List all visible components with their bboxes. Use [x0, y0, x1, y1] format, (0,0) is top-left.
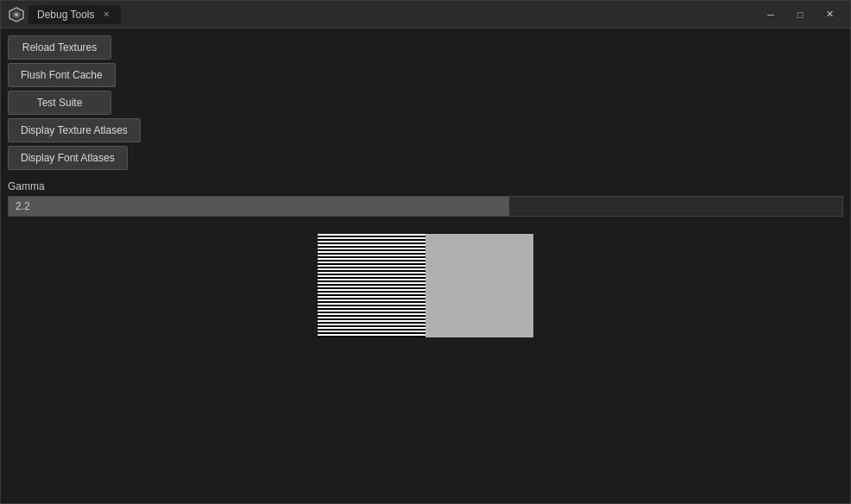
reload-textures-button[interactable]: Reload Textures — [8, 35, 111, 60]
gamma-slider-fill — [9, 197, 509, 216]
gamma-section: Gamma 2.2 — [8, 180, 843, 217]
test-suite-button[interactable]: Test Suite — [8, 91, 111, 115]
app-icon — [8, 6, 25, 23]
tab-close-button[interactable]: ✕ — [100, 9, 112, 21]
display-font-atlases-button[interactable]: Display Font Atlases — [8, 146, 128, 170]
maximize-button[interactable]: □ — [786, 3, 814, 27]
gamma-preview — [318, 234, 533, 337]
minimize-button[interactable]: ─ — [757, 3, 785, 27]
svg-point-2 — [15, 13, 18, 16]
gamma-value: 2.2 — [16, 200, 30, 212]
main-window: Debug Tools ✕ ─ □ ✕ Reload Textures Flus… — [0, 0, 851, 504]
tab-label: Debug Tools — [37, 9, 95, 21]
buttons-panel: Reload Textures Flush Font Cache Test Su… — [8, 35, 843, 170]
preview-stripes — [318, 234, 426, 337]
titlebar: Debug Tools ✕ ─ □ ✕ — [1, 1, 850, 28]
gamma-label: Gamma — [8, 180, 843, 192]
gamma-slider[interactable]: 2.2 — [8, 196, 843, 217]
preview-gray — [426, 234, 533, 337]
preview-area — [8, 234, 843, 337]
main-content: Reload Textures Flush Font Cache Test Su… — [1, 28, 850, 503]
display-texture-atlases-button[interactable]: Display Texture Atlases — [8, 118, 141, 142]
debug-tools-tab[interactable]: Debug Tools ✕ — [28, 5, 121, 24]
window-controls: ─ □ ✕ — [757, 3, 843, 27]
flush-font-cache-button[interactable]: Flush Font Cache — [8, 63, 116, 87]
close-window-button[interactable]: ✕ — [816, 3, 843, 27]
